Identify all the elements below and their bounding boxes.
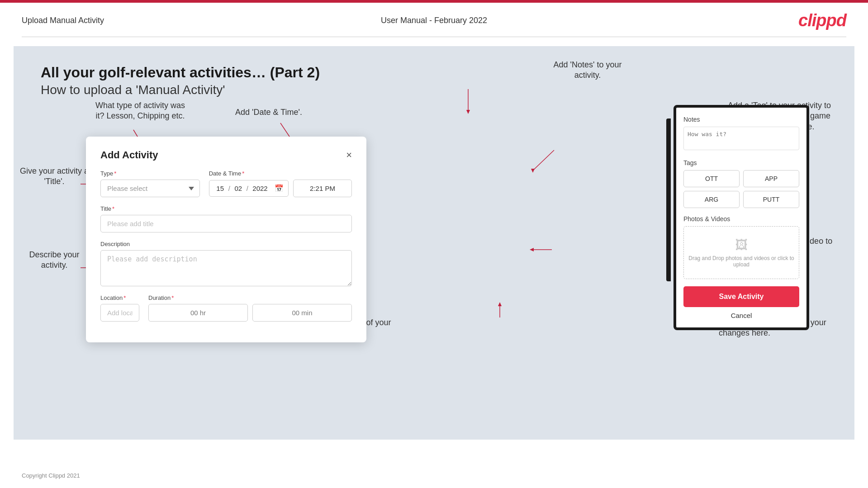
time-input[interactable]	[293, 180, 352, 197]
duration-inputs	[148, 304, 352, 322]
header-divider	[22, 37, 846, 37]
clippd-logo: clippd	[798, 11, 846, 30]
modal-title: Add Activity	[100, 149, 158, 161]
duration-min-input[interactable]	[252, 304, 352, 322]
modal-close-button[interactable]: ×	[346, 150, 352, 160]
header-left-title: Upload Manual Activity	[22, 16, 104, 25]
tags-grid: OTTAPPARGPUTT	[683, 170, 799, 208]
type-date-row: Type* Please select Date & Time* /	[100, 170, 352, 197]
duration-label: Duration*	[148, 294, 352, 301]
header: Upload Manual Activity User Manual - Feb…	[0, 3, 868, 37]
location-duration-row: Location* Duration*	[100, 294, 352, 322]
duration-group: Duration*	[148, 294, 352, 322]
svg-marker-17	[530, 248, 534, 251]
phone-left-bar	[666, 118, 671, 281]
description-group: Description	[100, 241, 352, 286]
main-content: All your golf-relevant activities… (Part…	[14, 46, 854, 440]
section-title: All your golf-relevant activities… (Part…	[41, 64, 827, 97]
title-group: Title*	[100, 205, 352, 232]
location-label: Location*	[100, 294, 139, 301]
svg-line-14	[533, 150, 554, 171]
photo-drop-text: Drag and Drop photos and videos or click…	[688, 255, 794, 268]
description-label: Description	[100, 241, 352, 247]
date-day-input[interactable]	[214, 185, 227, 192]
cancel-link[interactable]: Cancel	[683, 312, 799, 319]
tag-putt[interactable]: PUTT	[743, 191, 799, 208]
annotation-what-type: What type of activity was it? Lesson, Ch…	[95, 100, 185, 122]
phone-screen: Notes Tags OTTAPPARGPUTT Photos & Videos…	[674, 105, 809, 330]
type-label: Type*	[100, 170, 200, 177]
save-activity-button[interactable]: Save Activity	[683, 286, 799, 307]
svg-marker-19	[498, 302, 502, 306]
date-input-group[interactable]: / / 📅	[209, 180, 289, 197]
date-year-input[interactable]	[250, 185, 270, 192]
tag-app[interactable]: APP	[743, 170, 799, 187]
copyright-text: Copyright Clippd 2021	[22, 472, 80, 479]
annotation-notes: Add 'Notes' to your activity.	[547, 60, 628, 81]
type-select[interactable]: Please select	[100, 180, 200, 197]
duration-hr-input[interactable]	[148, 304, 248, 322]
photo-icon: 🖼	[688, 237, 794, 252]
notes-textarea[interactable]	[683, 127, 799, 150]
title-label: Title*	[100, 205, 352, 212]
title-input[interactable]	[100, 215, 352, 232]
type-group: Type* Please select	[100, 170, 200, 197]
description-textarea[interactable]	[100, 250, 352, 286]
photo-drop-zone[interactable]: 🖼 Drag and Drop photos and videos or cli…	[683, 226, 799, 279]
tags-label: Tags	[683, 159, 799, 166]
location-group: Location*	[100, 294, 139, 322]
date-label: Date & Time*	[209, 170, 352, 177]
calendar-icon: 📅	[275, 184, 284, 193]
date-group: Date & Time* / / 📅	[209, 170, 352, 197]
footer: Copyright Clippd 2021	[22, 472, 80, 479]
phone-panel: Notes Tags OTTAPPARGPUTT Photos & Videos…	[674, 105, 818, 330]
tag-arg[interactable]: ARG	[683, 191, 740, 208]
location-input[interactable]	[100, 304, 139, 322]
notes-label: Notes	[683, 116, 799, 123]
svg-marker-15	[531, 169, 535, 173]
annotation-give-title: Give your activity a 'Title'.	[14, 166, 95, 187]
annotation-date-time: Add 'Date & Time'.	[235, 107, 302, 118]
tag-ott[interactable]: OTT	[683, 170, 740, 187]
modal-header: Add Activity ×	[100, 149, 352, 161]
svg-marker-13	[466, 110, 470, 114]
date-month-input[interactable]	[232, 185, 245, 192]
header-center-title: User Manual - February 2022	[381, 16, 487, 25]
add-activity-modal: Add Activity × Type* Please select Date …	[86, 137, 366, 342]
photos-label: Photos & Videos	[683, 215, 799, 223]
annotation-describe: Describe your activity.	[18, 250, 90, 271]
